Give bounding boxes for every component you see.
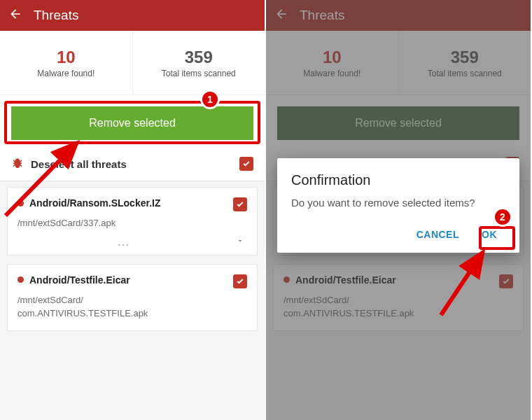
checkbox-item[interactable] (233, 197, 247, 211)
severity-dot-icon (18, 276, 24, 283)
dialog-title: Confirmation (291, 172, 505, 188)
app-header: Threats (0, 0, 265, 31)
stat-malware-label: Malware found! (37, 69, 94, 78)
threat-path: /mnt/extSdCard/ com.ANTIVIRUS.TESTFILE.a… (18, 294, 247, 321)
remove-selected-button[interactable]: Remove selected (11, 106, 253, 140)
chevron-down-icon[interactable] (236, 236, 244, 247)
cancel-button[interactable]: CANCEL (408, 223, 468, 246)
screen-threats-step2: Threats 10 Malware found! 359 Total item… (266, 0, 531, 420)
checkbox-all[interactable] (239, 157, 253, 171)
page-title: Threats (34, 8, 78, 23)
checkbox-item[interactable] (233, 274, 247, 288)
threat-card[interactable]: Android/Testfile.Eicar /mnt/extSdCard/ c… (7, 264, 258, 331)
stat-scanned: 359 Total items scanned (133, 31, 265, 94)
stats-bar: 10 Malware found! 359 Total items scanne… (0, 31, 265, 95)
deselect-all-label: Deselect all threats (31, 158, 239, 170)
ok-button[interactable]: OK (473, 223, 505, 246)
bug-icon (11, 158, 24, 170)
threat-card[interactable]: Android/Ransom.SLocker.IZ /mnt/extSdCard… (7, 187, 258, 255)
threat-name: Android/Ransom.SLocker.IZ (29, 197, 160, 209)
stat-malware: 10 Malware found! (0, 31, 133, 94)
stat-scanned-label: Total items scanned (162, 69, 236, 78)
stat-malware-count: 10 (57, 48, 76, 67)
threat-list: Android/Ransom.SLocker.IZ /mnt/extSdCard… (0, 181, 265, 345)
dialog-actions: CANCEL OK (291, 223, 505, 246)
threat-name: Android/Testfile.Eicar (29, 274, 130, 286)
deselect-all-row[interactable]: Deselect all threats (0, 148, 265, 181)
threat-path: /mnt/extSdCard/337.apk (18, 217, 247, 230)
confirmation-dialog: Confirmation Do you want to remove selec… (277, 158, 519, 253)
dialog-body: Do you want to remove selected items? (291, 195, 505, 211)
more-icon: … (18, 234, 230, 249)
action-area: Remove selected (0, 95, 265, 148)
screen-threats-step1: Threats 10 Malware found! 359 Total item… (0, 0, 265, 420)
back-icon[interactable] (8, 7, 22, 24)
severity-dot-icon (18, 200, 24, 206)
card-footer: … (18, 234, 247, 249)
stat-scanned-count: 359 (185, 48, 213, 67)
